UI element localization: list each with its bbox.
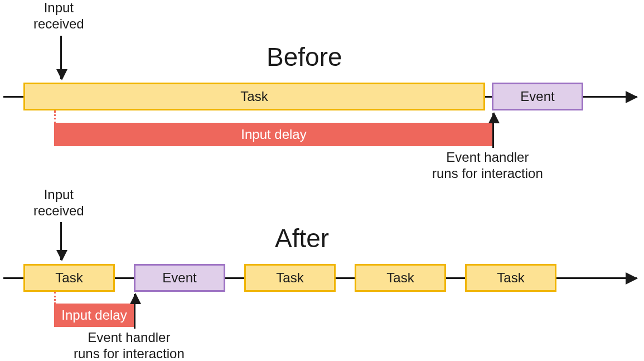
diagram-stage: Before Input received Task Event Input d… xyxy=(0,0,644,361)
task-box-after-2: Task xyxy=(244,264,336,292)
task-box-before: Task xyxy=(23,83,485,110)
title-before: Before xyxy=(267,42,342,72)
event-box-after: Event xyxy=(134,264,225,292)
label-input-received-before: Input received xyxy=(33,0,84,32)
label-event-handler-before: Event handler runs for interaction xyxy=(432,150,543,182)
event-box-before: Event xyxy=(492,83,583,110)
dotted-after xyxy=(54,292,56,304)
task-box-after-3: Task xyxy=(355,264,446,292)
title-after: After xyxy=(275,223,329,253)
arrow-input-before xyxy=(60,36,62,79)
arrow-event-after xyxy=(134,294,135,329)
delay-box-after: Input delay xyxy=(54,304,134,327)
delay-box-before: Input delay xyxy=(54,123,493,146)
task-box-after-1: Task xyxy=(23,264,115,292)
label-event-handler-after: Event handler runs for interaction xyxy=(74,330,185,361)
arrow-event-before xyxy=(492,113,494,148)
dotted-before xyxy=(54,110,56,124)
arrow-input-after xyxy=(60,222,62,260)
label-input-received-after: Input received xyxy=(33,187,84,219)
task-box-after-4: Task xyxy=(465,264,556,292)
